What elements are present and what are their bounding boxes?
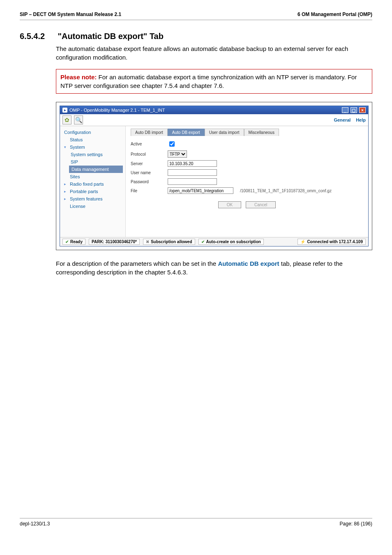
settings-button[interactable]: ✿ (62, 115, 71, 124)
server-label: Server (131, 161, 164, 166)
status-bar: ✔Ready PARK: 3110030346270* ✖Subscriptio… (60, 237, 368, 246)
tab-auto-db-export[interactable]: Auto DB export (168, 129, 205, 136)
content-pane: Auto DB import Auto DB export User data … (126, 126, 368, 237)
omp-window: ▸ OMP - OpenMobility Manager 2.1 - TEM_1… (60, 106, 369, 246)
closing-paragraph: For a description of the parameters whic… (56, 259, 372, 276)
window-title: OMP - OpenMobility Manager 2.1 - TEM_1_I… (69, 108, 165, 113)
sidebar-license[interactable]: License (60, 203, 125, 210)
section-title: "Automatic DB export" Tab (58, 32, 164, 41)
username-input[interactable] (168, 169, 217, 176)
username-label: User name (131, 170, 164, 175)
plug-icon: ⚡ (300, 240, 305, 244)
please-note-box: Please note: For an automatic database e… (56, 69, 372, 94)
window-controls: _ ▢ × (341, 107, 366, 113)
tab-auto-db-import[interactable]: Auto DB import (131, 129, 168, 136)
close-button[interactable]: × (359, 107, 366, 113)
note-label: Please note: (60, 74, 97, 81)
minimize-button[interactable]: _ (342, 107, 348, 113)
cancel-button[interactable]: Cancel (246, 201, 276, 208)
status-ready: ✔Ready (62, 239, 85, 245)
chevron-right-icon: ▸ (64, 182, 68, 186)
status-autocreate: ✔Auto-create on subscription (198, 239, 264, 245)
sidebar: Configuration Status ▾System System sett… (60, 126, 126, 237)
footer-right: Page: 86 (196) (340, 521, 372, 527)
toolbar: ✿ 🔍 General Help (60, 114, 368, 126)
active-checkbox[interactable] (169, 141, 175, 147)
app-icon: ▸ (62, 108, 67, 113)
protocol-label: Protocol (131, 152, 164, 157)
maximize-button[interactable]: ▢ (350, 107, 357, 113)
tab-bar: Auto DB import Auto DB export User data … (131, 129, 363, 136)
sidebar-status[interactable]: Status (60, 136, 125, 143)
sidebar-system[interactable]: ▾System (60, 143, 125, 151)
sidebar-system-settings[interactable]: System settings (60, 151, 125, 158)
screenshot-container: ▸ OMP - OpenMobility Manager 2.1 - TEM_1… (56, 102, 372, 250)
sidebar-configuration[interactable]: Configuration (60, 129, 125, 136)
status-subscription: ✖Subscription allowed (143, 239, 195, 245)
header-right: 6 OM Management Portal (OMP) (297, 12, 372, 17)
sidebar-radio-fixed-parts[interactable]: ▸Radio fixed parts (60, 180, 125, 188)
check-icon: ✔ (201, 240, 205, 244)
chevron-right-icon: ▸ (64, 189, 68, 193)
sidebar-sip[interactable]: SIP (60, 158, 125, 166)
gear-icon: ✿ (65, 117, 69, 123)
section-number: 6.5.4.2 (20, 32, 56, 41)
chevron-right-icon: ▸ (64, 197, 68, 201)
search-icon: 🔍 (75, 117, 82, 123)
footer-left: depl-1230/1.3 (20, 521, 50, 527)
sidebar-sites[interactable]: Sites (60, 173, 125, 180)
file-input[interactable] (168, 187, 233, 194)
header-left: SIP – DECT OM System Manual Release 2.1 (20, 12, 121, 17)
tab-miscellaneous[interactable]: Miscellaneous (244, 129, 279, 136)
password-input[interactable] (168, 178, 217, 185)
password-label: Password (131, 180, 164, 184)
menu-general[interactable]: General (334, 117, 350, 122)
status-connected: ⚡Connected with 172.17.4.109 (297, 239, 366, 245)
intro-paragraph: The automatic database export feature al… (56, 44, 372, 62)
note-text: For an automatic database export a time … (60, 74, 357, 89)
status-park: PARK: 3110030346270* (89, 239, 140, 245)
file-label: File (131, 189, 164, 193)
sidebar-system-features[interactable]: ▸System features (60, 195, 125, 203)
x-icon: ✖ (146, 240, 149, 244)
check-icon: ✔ (65, 240, 69, 244)
sidebar-data-management[interactable]: Data management (69, 166, 123, 173)
search-button[interactable]: 🔍 (74, 115, 83, 124)
chevron-down-icon: ▾ (64, 145, 68, 149)
file-suffix: /100811_TEM_1_INT_1F10187328_omm_conf.gz (240, 189, 332, 193)
server-input[interactable] (168, 160, 217, 167)
sidebar-portable-parts[interactable]: ▸Portable parts (60, 188, 125, 195)
tab-user-data-import[interactable]: User data import (205, 129, 244, 136)
active-label: Active (131, 142, 164, 146)
protocol-select[interactable]: TFTP (168, 150, 187, 158)
closing-bold: Automatic DB export (218, 260, 279, 267)
ok-button[interactable]: OK (218, 201, 241, 208)
window-titlebar: ▸ OMP - OpenMobility Manager 2.1 - TEM_1… (60, 106, 368, 114)
menu-help[interactable]: Help (356, 117, 366, 122)
